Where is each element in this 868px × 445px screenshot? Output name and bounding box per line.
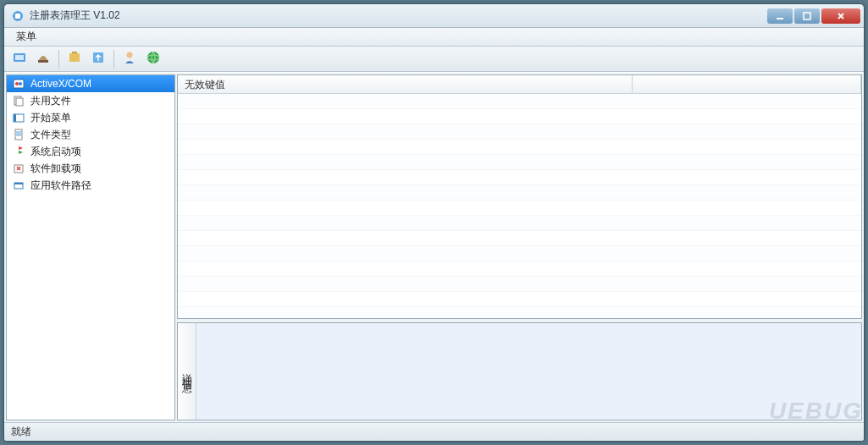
- sidebar-item-file-types[interactable]: 文件类型: [7, 126, 174, 143]
- list-row: [178, 124, 861, 140]
- toolbar-separator: [113, 50, 114, 69]
- svg-point-14: [19, 82, 22, 85]
- list-body[interactable]: [178, 94, 861, 318]
- svg-point-9: [127, 52, 133, 58]
- toolbar-help-button[interactable]: [119, 49, 140, 69]
- svg-rect-18: [14, 114, 16, 122]
- help-icon: [122, 50, 137, 68]
- sidebar-item-activex[interactable]: ActiveX/COM: [7, 75, 174, 92]
- sidebar-item-label: 文件类型: [30, 128, 71, 142]
- list-row: [178, 216, 861, 231]
- list-row: [178, 231, 861, 246]
- svg-rect-19: [15, 129, 22, 140]
- toolbar-about-button[interactable]: [143, 49, 163, 69]
- list-row: [178, 292, 861, 307]
- list-row: [178, 170, 861, 185]
- sidebar-item-label: 共用文件: [30, 94, 71, 108]
- toolbar-clean-button[interactable]: [33, 49, 53, 69]
- sidebar-item-startup[interactable]: 系统启动项: [7, 143, 174, 160]
- maximize-button[interactable]: [794, 8, 820, 24]
- restore-icon: [91, 50, 106, 68]
- svg-point-10: [147, 52, 159, 63]
- window-title: 注册表清理王 V1.02: [30, 8, 767, 23]
- list-row: [178, 109, 861, 124]
- svg-rect-2: [777, 18, 783, 19]
- start-menu-icon: [12, 111, 25, 124]
- results-list[interactable]: 无效键值: [177, 74, 862, 319]
- menubar: 菜单: [4, 28, 864, 47]
- toolbar: [4, 47, 864, 72]
- list-row: [178, 201, 861, 216]
- sidebar-item-label: 系统启动项: [30, 145, 81, 159]
- app-icon: [11, 9, 25, 23]
- list-row: [178, 307, 861, 318]
- svg-rect-1: [15, 14, 20, 19]
- sidebar: ActiveX/COM 共用文件 开始菜单 文件类型 系统启动项 软件卸载项: [6, 74, 175, 420]
- file-type-icon: [12, 128, 25, 141]
- minimize-button[interactable]: [767, 8, 793, 24]
- startup-icon: [12, 145, 25, 158]
- list-row: [178, 155, 861, 170]
- toolbar-separator: [58, 50, 59, 69]
- list-row: [178, 261, 861, 277]
- titlebar[interactable]: 注册表清理王 V1.02: [4, 4, 864, 28]
- toolbar-backup-button[interactable]: [64, 49, 85, 69]
- shared-files-icon: [12, 94, 25, 107]
- menu-item-main[interactable]: 菜单: [9, 28, 43, 46]
- list-row: [178, 94, 861, 109]
- list-row: [178, 246, 861, 261]
- sidebar-item-shared-files[interactable]: 共用文件: [7, 92, 174, 109]
- sidebar-item-label: 开始菜单: [30, 111, 71, 125]
- svg-rect-5: [15, 55, 24, 60]
- list-row: [178, 277, 861, 292]
- sidebar-item-label: 应用软件路径: [30, 179, 91, 193]
- list-row: [178, 185, 861, 201]
- list-column-invalid-key[interactable]: 无效键值: [178, 75, 633, 93]
- client-area: ActiveX/COM 共用文件 开始菜单 文件类型 系统启动项 软件卸载项: [4, 72, 864, 422]
- close-button[interactable]: [821, 8, 860, 24]
- statusbar: 就绪: [4, 422, 864, 441]
- toolbar-scan-button[interactable]: [9, 49, 30, 69]
- svg-rect-22: [14, 183, 23, 184]
- detail-pane: 详细信息: [177, 322, 862, 420]
- activex-icon: [12, 77, 25, 91]
- scan-icon: [12, 50, 27, 68]
- toolbar-restore-button[interactable]: [88, 49, 108, 69]
- svg-rect-3: [804, 13, 810, 19]
- main-pane: 无效键值: [177, 74, 862, 420]
- app-path-icon: [12, 179, 25, 192]
- svg-point-13: [15, 82, 19, 85]
- svg-rect-7: [69, 53, 80, 62]
- app-window: 注册表清理王 V1.02 菜单: [3, 3, 865, 442]
- window-buttons: [767, 8, 860, 24]
- backup-icon: [67, 50, 82, 68]
- detail-tab[interactable]: 详细信息: [178, 323, 196, 420]
- sidebar-item-app-paths[interactable]: 应用软件路径: [7, 177, 174, 194]
- sidebar-item-label: ActiveX/COM: [30, 78, 91, 90]
- about-icon: [146, 50, 161, 68]
- svg-rect-16: [16, 98, 23, 106]
- list-row: [178, 140, 861, 155]
- uninstall-icon: [12, 162, 25, 175]
- svg-rect-6: [38, 60, 48, 63]
- sidebar-item-uninstall[interactable]: 软件卸载项: [7, 160, 174, 177]
- sidebar-item-label: 软件卸载项: [30, 162, 81, 176]
- list-column-2[interactable]: [633, 75, 861, 93]
- clean-icon: [36, 50, 51, 68]
- status-text: 就绪: [11, 425, 31, 439]
- list-header: 无效键值: [178, 75, 861, 94]
- detail-body: [196, 323, 861, 420]
- sidebar-item-start-menu[interactable]: 开始菜单: [7, 109, 174, 126]
